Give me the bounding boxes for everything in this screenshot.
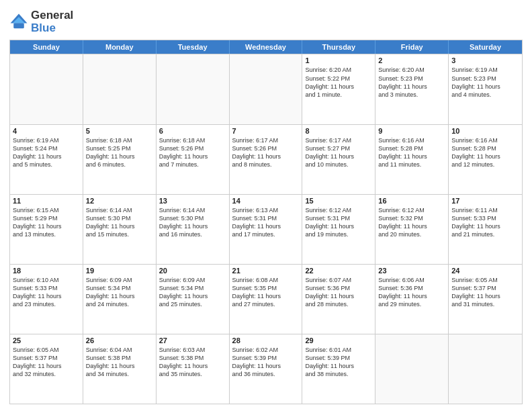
cell-info-line: Sunrise: 6:09 AM <box>86 276 153 284</box>
cell-info-line: Sunset: 5:22 PM <box>305 75 372 83</box>
calendar-row-0: 1Sunrise: 6:20 AMSunset: 5:22 PMDaylight… <box>10 54 522 124</box>
day-number: 19 <box>86 267 153 275</box>
cell-info-line: Daylight: 11 hours <box>232 362 300 370</box>
cell-info-line: and 32 minutes. <box>13 370 80 378</box>
day-number: 13 <box>159 197 226 205</box>
day-number: 26 <box>86 336 153 345</box>
cell-info-line: Daylight: 11 hours <box>13 222 80 230</box>
day-number: 12 <box>86 197 153 205</box>
weekday-header-friday: Friday <box>375 40 449 54</box>
cell-info-line: Sunrise: 6:17 AM <box>232 136 300 144</box>
day-number: 25 <box>13 336 80 345</box>
cell-info-line: Sunrise: 6:05 AM <box>451 276 519 284</box>
day-number: 17 <box>451 197 519 205</box>
cell-info-line: Daylight: 11 hours <box>378 152 445 161</box>
day-number: 7 <box>232 127 300 135</box>
cell-info-line: Sunrise: 6:08 AM <box>232 276 300 284</box>
cell-info-line: and 29 minutes. <box>378 300 445 308</box>
logo-text: General Blue <box>31 9 73 34</box>
logo: General Blue <box>9 9 73 34</box>
day-cell-14: 14Sunrise: 6:13 AMSunset: 5:31 PMDayligh… <box>230 195 303 264</box>
cell-info-line: Daylight: 11 hours <box>13 292 80 300</box>
calendar-row-1: 4Sunrise: 6:19 AMSunset: 5:24 PMDaylight… <box>10 124 522 194</box>
cell-info-line: Sunset: 5:35 PM <box>232 284 300 292</box>
day-number: 21 <box>232 267 300 275</box>
cell-info-line: Daylight: 11 hours <box>378 292 445 300</box>
cell-info-line: Daylight: 11 hours <box>86 292 153 300</box>
cell-info-line: Daylight: 11 hours <box>159 152 226 161</box>
cell-info-line: Sunset: 5:30 PM <box>86 214 153 222</box>
day-number: 4 <box>13 127 80 135</box>
day-cell-18: 18Sunrise: 6:10 AMSunset: 5:33 PMDayligh… <box>10 265 83 334</box>
cell-info-line: Sunset: 5:28 PM <box>378 144 445 152</box>
cell-info-line: Daylight: 11 hours <box>305 292 372 300</box>
cell-info-line: Sunset: 5:23 PM <box>451 75 519 83</box>
cell-info-line: and 5 minutes. <box>13 161 80 169</box>
cell-info-line: Sunset: 5:30 PM <box>159 214 226 222</box>
day-cell-20: 20Sunrise: 6:09 AMSunset: 5:34 PMDayligh… <box>157 265 230 334</box>
calendar-row-3: 18Sunrise: 6:10 AMSunset: 5:33 PMDayligh… <box>10 264 522 334</box>
weekday-header-tuesday: Tuesday <box>157 40 230 54</box>
day-number: 8 <box>305 127 372 135</box>
cell-info-line: Daylight: 11 hours <box>159 292 226 300</box>
cell-info-line: Sunset: 5:39 PM <box>305 354 372 362</box>
day-number: 28 <box>232 336 300 345</box>
cell-info-line: Sunrise: 6:03 AM <box>159 346 226 354</box>
day-cell-19: 19Sunrise: 6:09 AMSunset: 5:34 PMDayligh… <box>83 265 157 334</box>
cell-info-line: Sunrise: 6:11 AM <box>451 206 519 214</box>
cell-info-line: Sunrise: 6:02 AM <box>232 346 300 354</box>
day-number: 9 <box>378 127 445 135</box>
cell-info-line: Sunset: 5:25 PM <box>86 144 153 152</box>
cell-info-line: Sunrise: 6:10 AM <box>13 276 80 284</box>
calendar-body: 1Sunrise: 6:20 AMSunset: 5:22 PMDaylight… <box>10 54 522 404</box>
day-number: 14 <box>232 197 300 205</box>
cell-info-line: Daylight: 11 hours <box>305 362 372 370</box>
cell-info-line: and 12 minutes. <box>451 161 519 169</box>
cell-info-line: and 11 minutes. <box>378 161 445 169</box>
day-number: 20 <box>159 267 226 275</box>
cell-info-line: and 23 minutes. <box>13 300 80 308</box>
cell-info-line: and 27 minutes. <box>232 300 300 308</box>
cell-info-line: and 19 minutes. <box>305 230 372 238</box>
day-number: 1 <box>305 56 372 64</box>
cell-info-line: and 7 minutes. <box>159 161 226 169</box>
cell-info-line: Sunset: 5:36 PM <box>305 284 372 292</box>
calendar-header: SundayMondayTuesdayWednesdayThursdayFrid… <box>10 40 522 54</box>
day-number: 11 <box>13 197 80 205</box>
cell-info-line: Sunset: 5:34 PM <box>159 284 226 292</box>
cell-info-line: and 15 minutes. <box>86 230 153 238</box>
day-number: 3 <box>451 56 519 64</box>
cell-info-line: Daylight: 11 hours <box>86 152 153 161</box>
cell-info-line: Sunrise: 6:01 AM <box>305 346 372 354</box>
svg-rect-2 <box>13 23 24 28</box>
cell-info-line: Sunset: 5:38 PM <box>86 354 153 362</box>
day-cell-1: 1Sunrise: 6:20 AMSunset: 5:22 PMDaylight… <box>302 54 375 124</box>
day-number: 6 <box>159 127 226 135</box>
cell-info-line: Sunrise: 6:05 AM <box>13 346 80 354</box>
cell-info-line: Sunset: 5:37 PM <box>451 284 519 292</box>
cell-info-line: Sunrise: 6:12 AM <box>305 206 372 214</box>
day-cell-24: 24Sunrise: 6:05 AMSunset: 5:37 PMDayligh… <box>449 265 522 334</box>
cell-info-line: Sunset: 5:37 PM <box>13 354 80 362</box>
day-cell-2: 2Sunrise: 6:20 AMSunset: 5:23 PMDaylight… <box>375 54 449 124</box>
cell-info-line: Sunset: 5:32 PM <box>378 214 445 222</box>
cell-info-line: Daylight: 11 hours <box>13 362 80 370</box>
empty-cell-r0c2 <box>157 54 230 124</box>
cell-info-line: Sunset: 5:33 PM <box>451 214 519 222</box>
day-cell-21: 21Sunrise: 6:08 AMSunset: 5:35 PMDayligh… <box>230 265 303 334</box>
cell-info-line: Sunrise: 6:13 AM <box>232 206 300 214</box>
day-cell-22: 22Sunrise: 6:07 AMSunset: 5:36 PMDayligh… <box>302 265 375 334</box>
day-number: 18 <box>13 267 80 275</box>
day-cell-26: 26Sunrise: 6:04 AMSunset: 5:38 PMDayligh… <box>83 334 157 404</box>
day-number: 27 <box>159 336 226 345</box>
cell-info-line: Sunrise: 6:20 AM <box>305 66 372 74</box>
day-cell-11: 11Sunrise: 6:15 AMSunset: 5:29 PMDayligh… <box>10 195 83 264</box>
day-cell-13: 13Sunrise: 6:14 AMSunset: 5:30 PMDayligh… <box>157 195 230 264</box>
cell-info-line: and 8 minutes. <box>232 161 300 169</box>
cell-info-line: Sunset: 5:34 PM <box>86 284 153 292</box>
cell-info-line: Sunrise: 6:06 AM <box>378 276 445 284</box>
day-number: 2 <box>378 56 445 64</box>
cell-info-line: Daylight: 11 hours <box>451 83 519 91</box>
cell-info-line: Sunrise: 6:09 AM <box>159 276 226 284</box>
day-cell-5: 5Sunrise: 6:18 AMSunset: 5:25 PMDaylight… <box>83 125 157 194</box>
